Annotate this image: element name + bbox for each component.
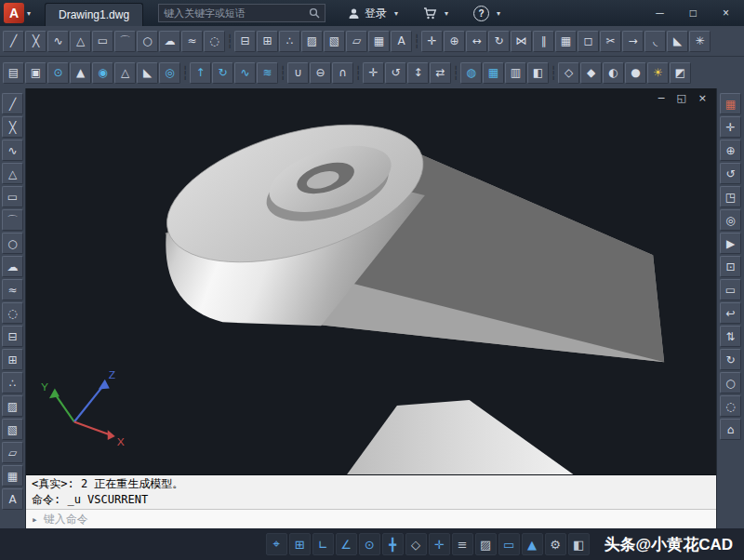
- lineweight-icon[interactable]: ≡: [452, 533, 473, 555]
- mesh-smooth-icon[interactable]: ◍: [460, 62, 482, 84]
- draw-line-icon[interactable]: ╱: [2, 93, 23, 114]
- mesh-box-icon[interactable]: ▦: [483, 62, 504, 84]
- section-plane-icon[interactable]: ▥: [505, 62, 526, 84]
- draw-polyline-icon[interactable]: ∿: [47, 31, 69, 52]
- solid-wedge-icon[interactable]: ◣: [137, 62, 158, 84]
- explode-icon[interactable]: ✳: [689, 31, 711, 52]
- selection-cycling-icon[interactable]: ▭: [498, 533, 520, 555]
- ortho-icon[interactable]: ∟: [312, 533, 334, 555]
- chevron-down-icon[interactable]: ▾: [27, 9, 31, 18]
- hatch-icon[interactable]: ▨: [301, 31, 323, 52]
- solid-pyramid-icon[interactable]: △: [114, 62, 136, 84]
- chamfer-icon[interactable]: ◣: [667, 31, 688, 52]
- steering-wheel-icon[interactable]: ◎: [720, 209, 741, 231]
- render-icon[interactable]: ☀: [647, 62, 669, 84]
- draw-arc-icon[interactable]: ⌒: [2, 209, 23, 231]
- draw-xline-icon[interactable]: ╳: [2, 116, 23, 138]
- toolbar-separator[interactable]: ┆: [181, 63, 189, 83]
- insert-block-icon[interactable]: ⊟: [234, 31, 256, 52]
- draw-ellipse-icon[interactable]: ◌: [2, 302, 23, 324]
- draw-rectangle-icon[interactable]: ▭: [2, 186, 23, 207]
- 3d-rotate-icon[interactable]: ↺: [385, 62, 406, 84]
- search-input[interactable]: 键入关键字或短语: [164, 7, 305, 20]
- hatch-icon[interactable]: ▨: [2, 395, 23, 417]
- table-icon[interactable]: ▦: [368, 31, 390, 52]
- grid-icon[interactable]: ⊞: [289, 533, 311, 555]
- viewport-close-button[interactable]: ×: [698, 92, 707, 104]
- snap-mode-icon[interactable]: ⌖: [266, 533, 287, 555]
- vs-realistic-icon[interactable]: ●: [625, 62, 646, 84]
- continuous-orbit-icon[interactable]: ◌: [720, 395, 741, 417]
- fillet-icon[interactable]: ◟: [644, 31, 666, 52]
- draw-spline-icon[interactable]: ≈: [2, 279, 23, 300]
- mirror-icon[interactable]: ⋈: [511, 31, 532, 52]
- draw-point-icon[interactable]: ∴: [2, 372, 23, 393]
- help-group[interactable]: ? ▾: [473, 6, 503, 21]
- toolbar-separator[interactable]: ┆: [550, 63, 557, 83]
- gradient-icon[interactable]: ▧: [2, 419, 23, 440]
- store-group[interactable]: ▾: [423, 7, 451, 20]
- show-motion-icon[interactable]: ▶: [720, 233, 741, 254]
- chevron-down-icon[interactable]: ▾: [394, 9, 398, 18]
- draw-rectangle-icon[interactable]: ▭: [92, 31, 113, 52]
- draw-line-icon[interactable]: ╱: [3, 31, 24, 52]
- draw-xline-icon[interactable]: ╳: [25, 31, 46, 52]
- drawing-tab[interactable]: Drawing1.dwg: [45, 3, 143, 26]
- help-search-box[interactable]: 键入关键字或短语: [158, 4, 326, 22]
- intersect-icon[interactable]: ∩: [332, 62, 353, 84]
- solid-cone-icon[interactable]: ▲: [70, 62, 91, 84]
- create-block-icon[interactable]: ⊞: [2, 349, 23, 370]
- solid-cylinder-icon[interactable]: ⊙: [47, 62, 69, 84]
- close-button[interactable]: ×: [723, 7, 729, 20]
- constrained-orbit-icon[interactable]: ↻: [720, 349, 741, 370]
- create-block-icon[interactable]: ⊞: [257, 31, 278, 52]
- chevron-down-icon[interactable]: ▾: [445, 9, 448, 18]
- toolbar-separator[interactable]: ┆: [226, 32, 233, 51]
- minimize-button[interactable]: ─: [656, 7, 664, 20]
- mtext-icon[interactable]: A: [391, 31, 412, 52]
- extrude-icon[interactable]: ↑: [190, 62, 211, 84]
- zoom-extents-icon[interactable]: ⊡: [720, 256, 741, 277]
- full-navigation-icon[interactable]: ⌂: [720, 419, 741, 440]
- subtract-icon[interactable]: ⊖: [310, 62, 331, 84]
- region-icon[interactable]: ▱: [346, 31, 367, 52]
- command-line-window[interactable]: <真实>: 2 正在重生成模型。命令: _u VSCURRENT ▸ 键入命令: [26, 474, 716, 528]
- offset-icon[interactable]: ∥: [533, 31, 554, 52]
- rotate-icon[interactable]: ↻: [488, 31, 510, 52]
- draw-ellipse-icon[interactable]: ◌: [204, 31, 225, 52]
- trim-icon[interactable]: ✂: [600, 31, 621, 52]
- maximize-button[interactable]: □: [690, 7, 697, 20]
- command-input[interactable]: 键入命令: [44, 512, 88, 527]
- draw-revcloud-icon[interactable]: ☁: [159, 31, 180, 52]
- extend-icon[interactable]: →: [622, 31, 644, 52]
- region-icon[interactable]: ▱: [2, 442, 23, 463]
- help-icon[interactable]: ?: [473, 6, 489, 21]
- insert-block-icon[interactable]: ⊟: [2, 326, 23, 347]
- copy-icon[interactable]: ⊕: [444, 31, 465, 52]
- zoom-previous-icon[interactable]: ↩: [720, 302, 741, 324]
- 3d-align-icon[interactable]: ⇄: [430, 62, 451, 84]
- dynamic-ucs-icon[interactable]: ◇: [405, 533, 427, 555]
- draw-polygon-icon[interactable]: △: [2, 163, 23, 184]
- workspace-gear-icon[interactable]: ⚙: [545, 533, 566, 555]
- polysolid-icon[interactable]: ▤: [3, 62, 24, 84]
- ucs-icon[interactable]: Y Z X: [41, 368, 125, 448]
- draw-point-icon[interactable]: ∴: [279, 31, 300, 52]
- gradient-icon[interactable]: ▧: [324, 31, 345, 52]
- sweep-icon[interactable]: ∿: [234, 62, 256, 84]
- vs-hidden-icon[interactable]: ◆: [580, 62, 602, 84]
- vs-wireframe-icon[interactable]: ◇: [558, 62, 579, 84]
- pan-icon[interactable]: ✛: [720, 116, 741, 138]
- free-orbit-icon[interactable]: ○: [720, 372, 741, 393]
- autocad-logo-icon[interactable]: A: [4, 3, 24, 23]
- viewcube-icon[interactable]: ◳: [720, 186, 741, 207]
- stretch-icon[interactable]: ↔: [466, 31, 487, 52]
- transparency-icon[interactable]: ▨: [475, 533, 497, 555]
- solid-box-icon[interactable]: ▣: [25, 62, 46, 84]
- table-icon[interactable]: ▦: [2, 465, 23, 487]
- mtext-icon[interactable]: A: [2, 488, 23, 510]
- cart-icon[interactable]: [423, 7, 437, 20]
- erase-icon[interactable]: ◻: [578, 31, 599, 52]
- materials-icon[interactable]: ◩: [670, 62, 691, 84]
- toolbar-separator[interactable]: ┆: [413, 32, 420, 51]
